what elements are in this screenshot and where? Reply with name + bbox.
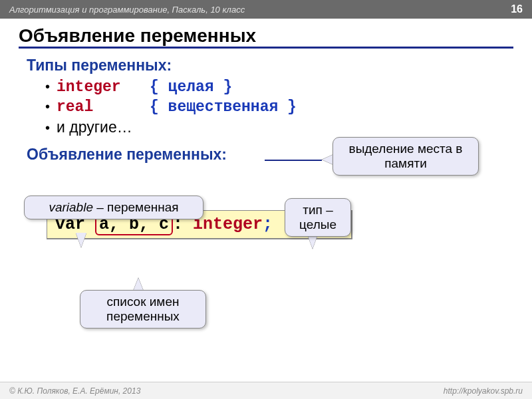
course-title: Алгоритмизация и программирование, Паска… — [9, 5, 245, 15]
bullet-integer: • integer { целая } — [45, 78, 505, 96]
bullet-real: • real { вещественная } — [45, 98, 505, 116]
callout-list: список имен переменных — [80, 290, 206, 329]
connector-line — [265, 160, 322, 161]
slide-header: Алгоритмизация и программирование, Паска… — [0, 0, 532, 19]
bullet-others: • и другие… — [45, 118, 505, 136]
code-integer-type: integer — [193, 215, 263, 234]
bullet-dot-icon: • — [45, 121, 50, 134]
integer-keyword: integer — [57, 78, 150, 96]
callout-type: тип – целые — [285, 198, 351, 237]
others-text: и другие… — [57, 118, 132, 136]
page-number: 16 — [511, 3, 523, 15]
callout-tail-icon — [76, 233, 86, 247]
types-heading: Типы переменных: — [27, 57, 505, 74]
integer-comment: { целая } — [150, 78, 232, 96]
slide-footer: © К.Ю. Поляков, Е.А. Ерёмин, 2013 http:/… — [0, 382, 532, 399]
callout-variable: variable – переменная — [24, 196, 203, 219]
callout-memory: выделение места в памяти — [332, 137, 479, 176]
slide-title: Объявление переменных — [19, 25, 513, 49]
code-semicolon: ; — [263, 215, 273, 234]
bullet-dot-icon: • — [45, 80, 50, 93]
real-comment: { вещественная } — [150, 98, 297, 116]
bullet-dot-icon: • — [45, 100, 50, 113]
real-keyword: real — [57, 98, 150, 116]
callout-tail-icon — [133, 278, 144, 291]
footer-url: http://kpolyakov.spb.ru — [444, 386, 523, 396]
footer-copyright: © К.Ю. Поляков, Е.А. Ерёмин, 2013 — [9, 386, 140, 396]
callout-variable-italic: variable — [49, 200, 93, 214]
type-bullets: • integer { целая } • real { вещественна… — [45, 78, 505, 136]
callout-variable-rest: – переменная — [93, 200, 179, 214]
